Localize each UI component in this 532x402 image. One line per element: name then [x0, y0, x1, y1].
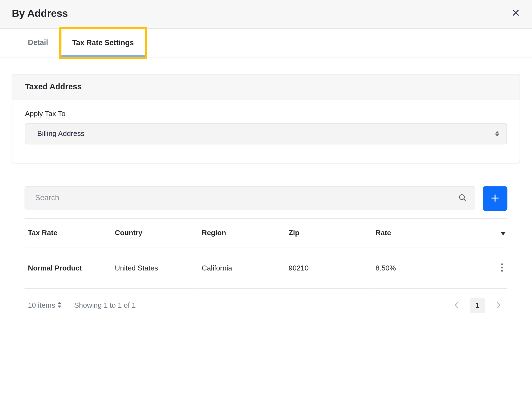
- close-button[interactable]: [510, 7, 522, 20]
- list-area: Tax Rate Country Region Zip Rate: [12, 186, 520, 313]
- col-zip[interactable]: Zip: [285, 219, 372, 248]
- tab-tax-rate-settings[interactable]: Tax Rate Settings: [61, 29, 145, 57]
- card-body: Apply Tax To: [12, 100, 520, 163]
- taxed-address-card: Taxed Address Apply Tax To: [12, 74, 520, 164]
- caret-down-icon: [501, 229, 506, 237]
- updown-icon: [58, 301, 61, 310]
- svg-point-9: [501, 263, 503, 265]
- table-header-row: Tax Rate Country Region Zip Rate: [25, 219, 507, 248]
- cell-country: United States: [111, 248, 198, 288]
- row-actions-button[interactable]: [498, 261, 506, 276]
- plus-icon: [490, 193, 500, 204]
- card-header: Taxed Address: [12, 74, 520, 100]
- svg-marker-13: [58, 305, 61, 308]
- table-row[interactable]: Normal Product United States California …: [25, 248, 507, 288]
- apply-tax-to-select-wrap: [25, 123, 507, 144]
- tax-rate-table: Tax Rate Country Region Zip Rate: [25, 218, 507, 289]
- apply-tax-to-label: Apply Tax To: [25, 110, 507, 118]
- cell-zip: 90210: [285, 248, 372, 288]
- kebab-icon: [501, 267, 503, 273]
- next-page-button[interactable]: [493, 298, 504, 313]
- tab-detail[interactable]: Detail: [17, 29, 59, 57]
- tab-highlight-box: Tax Rate Settings: [59, 27, 147, 59]
- list-footer: 10 items Showing 1 to 1 of 1 1: [25, 289, 507, 313]
- pager: 1: [451, 298, 504, 313]
- chevron-right-icon: [496, 302, 501, 310]
- col-sort[interactable]: [459, 219, 507, 248]
- svg-point-10: [501, 267, 503, 269]
- cell-actions: [459, 248, 507, 288]
- close-icon: [512, 9, 520, 18]
- page-size-label: 10 items: [28, 301, 55, 310]
- page-size-select[interactable]: 10 items: [28, 301, 61, 310]
- current-page[interactable]: 1: [469, 298, 485, 313]
- search-input[interactable]: [25, 186, 475, 209]
- apply-tax-to-select[interactable]: [25, 123, 507, 144]
- search-row: [25, 186, 507, 211]
- col-region[interactable]: Region: [198, 219, 285, 248]
- chevron-left-icon: [454, 302, 458, 310]
- cell-rate: 8.50%: [372, 248, 459, 288]
- card-title: Taxed Address: [25, 82, 507, 92]
- cell-tax-rate: Normal Product: [25, 248, 111, 288]
- cell-region: California: [198, 248, 285, 288]
- add-button[interactable]: [483, 186, 507, 211]
- svg-marker-12: [58, 302, 61, 304]
- modal-title: By Address: [12, 7, 68, 19]
- tab-bar: Detail Tax Rate Settings: [0, 29, 532, 58]
- search-box: [25, 186, 475, 211]
- col-tax-rate[interactable]: Tax Rate: [25, 219, 111, 248]
- prev-page-button[interactable]: [451, 298, 462, 313]
- col-rate[interactable]: Rate: [372, 219, 459, 248]
- svg-marker-8: [501, 232, 506, 235]
- showing-text: Showing 1 to 1 of 1: [74, 301, 136, 310]
- modal-header: By Address: [0, 0, 532, 29]
- footer-left: 10 items Showing 1 to 1 of 1: [28, 301, 136, 310]
- svg-point-11: [501, 270, 503, 272]
- col-country[interactable]: Country: [111, 219, 198, 248]
- content-area: Taxed Address Apply Tax To: [0, 58, 532, 313]
